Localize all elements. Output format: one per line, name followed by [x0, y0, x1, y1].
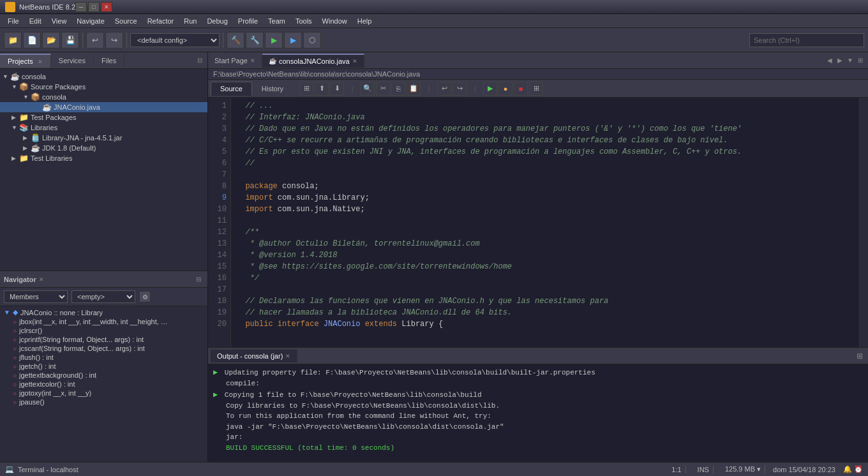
- tab-maximize-button[interactable]: ⊞: [855, 56, 865, 66]
- src-redo[interactable]: ↪: [453, 82, 467, 96]
- code-content[interactable]: // ... // Interfaz: JNAConio.java // Dad…: [231, 98, 859, 347]
- source-tab[interactable]: Source: [211, 82, 252, 96]
- navigator-close-icon[interactable]: ✕: [39, 276, 44, 283]
- tab-next-button[interactable]: ▶: [835, 56, 845, 66]
- jnaconio-close-icon[interactable]: ✕: [352, 58, 357, 64]
- start-page-close-icon[interactable]: ✕: [250, 57, 255, 64]
- src-debug[interactable]: ●: [498, 82, 513, 96]
- nav-class-label: JNAConio :: none : Library: [20, 309, 103, 316]
- tree-item-jdk[interactable]: ▶ ☕ JDK 1.8 (Default): [0, 143, 207, 153]
- nav-member-jflush[interactable]: ○ jflush() : int: [0, 353, 207, 362]
- tab-services[interactable]: Services: [51, 54, 94, 67]
- menu-help[interactable]: Help: [352, 16, 377, 26]
- src-sep3: |: [468, 82, 482, 96]
- output-maximize-button[interactable]: ⊞: [857, 352, 865, 361]
- menu-edit[interactable]: Edit: [24, 16, 47, 26]
- menu-team[interactable]: Team: [263, 16, 290, 26]
- tree-item-source-packages[interactable]: ▼ 📦 Source Packages: [0, 82, 207, 92]
- nav-member-jgetch[interactable]: ○ jgetch() : int: [0, 362, 207, 371]
- nav-member-label: jgettextcolor() : int: [19, 380, 75, 388]
- menu-source[interactable]: Source: [110, 16, 142, 26]
- config-dropdown[interactable]: <default config>: [130, 33, 220, 47]
- build-button[interactable]: 🔨: [227, 32, 244, 48]
- src-paste[interactable]: 📋: [407, 82, 421, 96]
- search-input[interactable]: [749, 33, 864, 47]
- nav-member-jgettextbg[interactable]: ○ jgettextbackground() : int: [0, 371, 207, 380]
- projects-tab-close-icon[interactable]: ✕: [38, 59, 43, 65]
- nav-member-jcprintf[interactable]: ○ jcprintf(String format, Object... args…: [0, 335, 207, 344]
- panel-restore-button[interactable]: ⊟: [195, 56, 205, 66]
- redo-button[interactable]: ↪: [105, 32, 123, 48]
- tree-item-consola[interactable]: ▼ ☕ consola: [0, 71, 207, 82]
- history-tab[interactable]: History: [252, 82, 293, 96]
- tree-item-test-packages[interactable]: ▶ 📁 Test Packages: [0, 112, 207, 123]
- src-expand-button[interactable]: ⊞: [529, 82, 543, 96]
- nav-combo-empty[interactable]: <empty>: [71, 290, 135, 303]
- nav-config-button[interactable]: ⚙: [139, 291, 151, 302]
- output-content: ▶ Updating property file: F:\base\Proyec…: [208, 364, 868, 462]
- nav-member-jgettextcolor[interactable]: ○ jgettextcolor() : int: [0, 380, 207, 389]
- src-cut[interactable]: ✂: [376, 82, 390, 96]
- src-prev-bookmark[interactable]: ⬆: [315, 82, 329, 96]
- navigator-restore-button[interactable]: ⊟: [193, 274, 204, 285]
- src-undo[interactable]: ↩: [437, 82, 451, 96]
- menu-tools[interactable]: Tools: [290, 16, 317, 26]
- tab-menu-button[interactable]: ▼: [845, 56, 855, 66]
- tab-start-page[interactable]: Start Page ✕: [208, 54, 262, 67]
- new-file-button[interactable]: 📄: [23, 32, 41, 48]
- src-copy[interactable]: ⎘: [391, 82, 405, 96]
- test-button[interactable]: ⬡: [303, 32, 321, 48]
- maximize-button[interactable]: □: [88, 2, 100, 12]
- run-button[interactable]: ▶: [265, 32, 283, 48]
- debug-button[interactable]: ▶: [284, 32, 302, 48]
- nav-member-jcscanf[interactable]: ○ jcscanf(String format, Object... args)…: [0, 344, 207, 353]
- panel-controls: ⊟: [195, 56, 207, 66]
- nav-class-item[interactable]: ▼ ◆ JNAConio :: none : Library: [0, 308, 207, 317]
- nav-member-jbox[interactable]: ○ jbox(int __x, int __y, int __width, in…: [0, 317, 207, 326]
- nav-tree: ▼ ◆ JNAConio :: none : Library ○ jbox(in…: [0, 306, 207, 462]
- clean-build-button[interactable]: 🔧: [246, 32, 264, 48]
- undo-button[interactable]: ↩: [86, 32, 104, 48]
- src-run[interactable]: ▶: [483, 82, 497, 96]
- tab-jnaconio[interactable]: ☕ consolaJNAConio.java ✕: [262, 54, 364, 68]
- menu-file[interactable]: File: [3, 16, 24, 26]
- tree-item-test-libraries[interactable]: ▶ 📁 Test Libraries: [0, 153, 207, 163]
- project-panel-tabs: Projects ✕ Services Files ⊟: [0, 52, 207, 69]
- tree-item-consola-pkg[interactable]: ▼ 📦 consola: [0, 92, 207, 102]
- nav-member-jclrscr[interactable]: ○ jclrscr(): [0, 326, 207, 335]
- navigator-toolbar: Members <empty> ⚙: [0, 288, 207, 306]
- menu-refactor[interactable]: Refactor: [142, 16, 179, 26]
- nav-combo-members[interactable]: Members: [4, 290, 68, 303]
- src-stop[interactable]: ■: [514, 82, 528, 96]
- start-page-label: Start Page: [214, 57, 248, 64]
- menu-view[interactable]: View: [47, 16, 72, 26]
- tab-files[interactable]: Files: [94, 54, 124, 67]
- minimize-button[interactable]: ─: [75, 2, 87, 12]
- menu-debug[interactable]: Debug: [202, 16, 232, 26]
- new-project-button[interactable]: 📁: [4, 32, 22, 48]
- output-close-icon[interactable]: ✕: [285, 353, 290, 359]
- menu-window[interactable]: Window: [317, 16, 352, 26]
- save-button[interactable]: 💾: [61, 32, 79, 48]
- nav-member-jpause[interactable]: ○ jpause(): [0, 398, 207, 406]
- open-project-button[interactable]: 📂: [42, 32, 60, 48]
- output-tab-consola[interactable]: Output - consola (jar) ✕: [211, 350, 297, 362]
- menu-run[interactable]: Run: [179, 16, 202, 26]
- menu-navigate[interactable]: Navigate: [71, 16, 109, 26]
- editor-scrollbar[interactable]: [859, 98, 868, 347]
- tree-item-jnaconio[interactable]: ☕ JNAConio.java: [0, 102, 207, 112]
- tree-item-libraries[interactable]: ▼ 📚 Libraries: [0, 123, 207, 133]
- nav-member-jgotoxy[interactable]: ○ jgotoxy(int __x, int __y): [0, 389, 207, 398]
- src-toggle-bookmark[interactable]: ⊞: [299, 82, 313, 96]
- output-tabs: Output - consola (jar) ✕ ⊞: [208, 348, 868, 364]
- code-editor[interactable]: 12345 678910 1112131415 1617181920 // ..…: [208, 98, 859, 347]
- tree-item-jna[interactable]: ▶ 🫙 Library-JNA - jna-4.5.1.jar: [0, 133, 207, 143]
- terminal-label[interactable]: Terminal - localhost: [18, 466, 79, 473]
- src-next-bookmark[interactable]: ⬇: [330, 82, 344, 96]
- close-button[interactable]: ✕: [101, 2, 112, 12]
- tab-projects[interactable]: Projects ✕: [0, 54, 51, 68]
- nav-member-label: jcprintf(String format, Object... args) …: [19, 336, 144, 343]
- tab-prev-button[interactable]: ◀: [825, 56, 835, 66]
- src-search[interactable]: 🔍: [361, 82, 375, 96]
- menu-profile[interactable]: Profile: [233, 16, 263, 26]
